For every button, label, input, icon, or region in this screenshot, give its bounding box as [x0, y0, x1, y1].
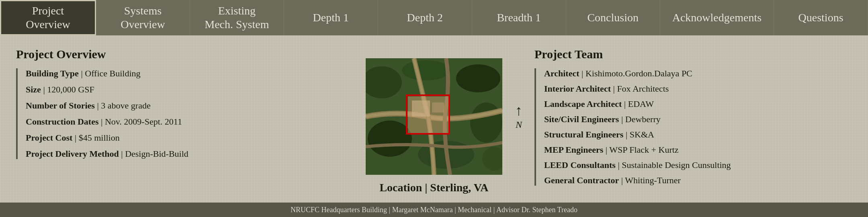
general-contractor-value: Whiting-Turner	[625, 175, 681, 185]
svg-point-4	[470, 102, 502, 143]
interior-architect-label: Interior Architect	[544, 84, 611, 94]
nav-depth-1[interactable]: Depth 1	[284, 0, 378, 35]
project-team-title: Project Team	[534, 47, 852, 61]
site-civil-engineers-separator: |	[621, 114, 625, 124]
landscape-architect-label: Landscape Architect	[544, 99, 622, 109]
interior-architect-separator: |	[613, 84, 617, 94]
mep-engineers-item: MEP Engineers | WSP Flack + Kurtz	[544, 145, 852, 155]
architect-separator: |	[581, 68, 585, 78]
project-cost-label: Project Cost	[26, 133, 72, 143]
delivery-method-value: Design-Bid-Build	[125, 149, 188, 159]
building-type-separator: |	[81, 68, 85, 78]
project-cost-value: $45 million	[79, 133, 120, 143]
svg-point-2	[402, 60, 450, 80]
stories-separator: |	[97, 100, 101, 111]
size-separator: |	[43, 84, 47, 94]
svg-point-5	[368, 121, 412, 157]
stories-item: Number of Stories | 3 above grade	[26, 100, 334, 111]
landscape-architect-item: Landscape Architect | EDAW	[544, 99, 852, 109]
nav-existing-mech-system[interactable]: ExistingMech. System	[190, 0, 284, 35]
main-content: Project Overview Building Type | Office …	[0, 35, 868, 217]
structural-engineers-item: Structural Engineers | SK&A	[544, 129, 852, 140]
north-label: N	[516, 119, 522, 130]
aerial-map-image	[366, 58, 502, 175]
svg-point-3	[456, 64, 500, 92]
footer-text: NRUCFC Headquarters Building | Margaret …	[291, 206, 577, 214]
interior-architect-value: Fox Architects	[617, 84, 669, 94]
structural-engineers-label: Structural Engineers	[544, 129, 623, 139]
architect-item: Architect | Kishimoto.Gordon.Dalaya PC	[544, 68, 852, 79]
north-arrow: ↑ N	[515, 103, 522, 130]
architect-label: Architect	[544, 68, 579, 78]
general-contractor-item: General Contractor | Whiting-Turner	[544, 175, 852, 186]
delivery-method-separator: |	[121, 149, 125, 159]
building-highlight-box	[406, 94, 450, 135]
architect-value: Kishimoto.Gordon.Dalaya PC	[585, 68, 692, 78]
map-container	[366, 58, 502, 175]
right-panel: Project Team Architect | Kishimoto.Gordo…	[518, 35, 868, 217]
building-type-value: Office Building	[85, 68, 140, 78]
construction-dates-separator: |	[101, 117, 105, 127]
interior-architect-item: Interior Architect | Fox Architects	[544, 84, 852, 94]
size-value: 120,000 GSF	[47, 84, 94, 94]
leed-consultants-item: LEED Consultants | Sustainable Design Cu…	[544, 160, 852, 170]
construction-dates-value: Nov. 2009-Sept. 2011	[105, 117, 182, 127]
mep-engineers-value: WSP Flack + Kurtz	[609, 145, 678, 155]
center-panel: ↑ N Location | Sterling, VA	[350, 35, 518, 217]
size-label: Size	[26, 84, 41, 94]
mep-engineers-separator: |	[606, 145, 610, 155]
delivery-method-label: Project Delivery Method	[26, 149, 119, 159]
navigation-bar: ProjectOverview SystemsOverview Existing…	[0, 0, 868, 35]
building-type-item: Building Type | Office Building	[26, 68, 334, 79]
location-label: Location | Sterling, VA	[379, 181, 488, 194]
project-cost-separator: |	[75, 133, 79, 143]
landscape-architect-separator: |	[624, 99, 628, 109]
nav-depth-2[interactable]: Depth 2	[378, 0, 472, 35]
site-civil-engineers-value: Dewberry	[625, 114, 661, 124]
nav-project-overview[interactable]: ProjectOverview	[0, 0, 96, 35]
leed-consultants-value: Sustainable Design Cunsulting	[622, 160, 731, 170]
stories-value: 3 above grade	[101, 100, 150, 111]
delivery-method-item: Project Delivery Method | Design-Bid-Bui…	[26, 149, 334, 159]
project-overview-title: Project Overview	[16, 47, 334, 61]
project-cost-item: Project Cost | $45 million	[26, 133, 334, 143]
leed-consultants-separator: |	[618, 160, 622, 170]
construction-dates-item: Construction Dates | Nov. 2009-Sept. 201…	[26, 117, 334, 127]
project-info-list: Building Type | Office Building Size | 1…	[16, 68, 334, 159]
north-arrow-icon: ↑	[515, 103, 522, 118]
structural-engineers-value: SK&A	[630, 129, 654, 139]
stories-label: Number of Stories	[26, 100, 95, 111]
map-wrapper: ↑ N	[366, 58, 502, 175]
site-civil-engineers-label: Site/Civil Engineers	[544, 114, 619, 124]
landscape-architect-value: EDAW	[628, 99, 654, 109]
general-contractor-label: General Contractor	[544, 175, 619, 185]
leed-consultants-label: LEED Consultants	[544, 160, 616, 170]
team-list: Architect | Kishimoto.Gordon.Dalaya PC I…	[534, 68, 852, 186]
nav-systems-overview[interactable]: SystemsOverview	[96, 0, 190, 35]
mep-engineers-label: MEP Engineers	[544, 145, 603, 155]
site-civil-engineers-item: Site/Civil Engineers | Dewberry	[544, 114, 852, 125]
general-contractor-separator: |	[621, 175, 625, 185]
nav-acknowledgements[interactable]: Acknowledgements	[660, 0, 774, 35]
nav-questions[interactable]: Questions	[774, 0, 868, 35]
building-type-label: Building Type	[26, 68, 79, 78]
left-panel: Project Overview Building Type | Office …	[0, 35, 350, 217]
nav-conclusion[interactable]: Conclusion	[566, 0, 660, 35]
construction-dates-label: Construction Dates	[26, 117, 99, 127]
size-item: Size | 120,000 GSF	[26, 84, 334, 95]
footer: NRUCFC Headquarters Building | Margaret …	[0, 203, 868, 217]
nav-breadth-1[interactable]: Breadth 1	[472, 0, 566, 35]
structural-engineers-separator: |	[626, 129, 630, 139]
